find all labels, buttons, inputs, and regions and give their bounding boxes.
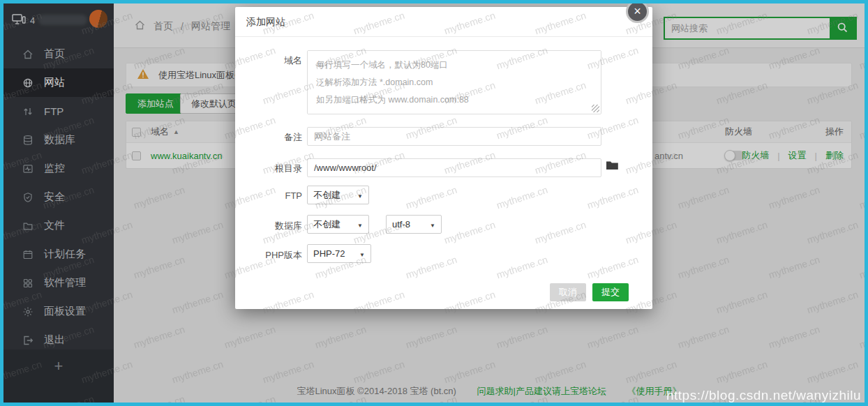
watermark-tile: mytheme.cn — [495, 0, 548, 1]
watermark-tile: mytheme.cn — [313, 0, 367, 1]
watermark-tile: mytheme.cn — [404, 0, 458, 1]
watermark-tile: mytheme.cn — [858, 0, 868, 1]
note-label: 备注 — [263, 131, 302, 144]
root-label: 根目录 — [263, 163, 302, 175]
watermark-tile: mytheme.cn — [0, 0, 5, 1]
database-label: 数据库 — [263, 220, 302, 232]
cancel-button[interactable]: 取消 — [550, 283, 586, 301]
watermark-tile: mytheme.cn — [676, 0, 730, 1]
root-path-input[interactable] — [307, 158, 601, 177]
ftp-select-value: 不创建 — [313, 189, 341, 202]
charset-select-value: utf-8 — [392, 219, 410, 230]
charset-select[interactable]: utf-8 — [386, 215, 442, 234]
watermark-tile: mytheme.cn — [132, 0, 186, 1]
watermark-tile: mytheme.cn — [767, 0, 821, 1]
submit-button[interactable]: 提交 — [592, 283, 629, 301]
watermark-tile: mytheme.cn — [41, 0, 95, 1]
resize-grip-icon[interactable] — [592, 105, 599, 112]
ftp-select[interactable]: 不创建 — [307, 186, 369, 204]
php-version-select[interactable]: PHP-72 — [307, 244, 371, 263]
close-icon[interactable]: × — [626, 0, 649, 23]
note-input[interactable] — [307, 127, 601, 146]
csdn-watermark: https://blog.csdn.net/wanyizhilu — [666, 388, 861, 403]
php-select-value: PHP-72 — [313, 248, 345, 259]
dropdown-caret-icon — [357, 190, 363, 200]
browse-folder-icon[interactable] — [606, 160, 619, 174]
modal-footer: 取消 提交 — [550, 283, 629, 301]
dropdown-caret-icon — [430, 219, 435, 230]
dropdown-caret-icon — [359, 248, 365, 259]
watermark-tile: mytheme.cn — [223, 0, 276, 1]
dropdown-caret-icon — [357, 219, 363, 230]
domain-textarea[interactable] — [307, 50, 601, 114]
database-select[interactable]: 不创建 — [307, 215, 369, 234]
ftp-label: FTP — [263, 190, 302, 201]
modal-title: 添加网站 — [235, 7, 652, 37]
domain-label: 域名 — [263, 54, 302, 67]
database-select-value: 不创建 — [313, 218, 341, 231]
php-version-label: PHP版本 — [263, 249, 302, 262]
add-site-modal: 添加网站 × 域名 备注 根目录 FTP 不创建 数据库 不创建 utf-8 P… — [235, 7, 652, 309]
